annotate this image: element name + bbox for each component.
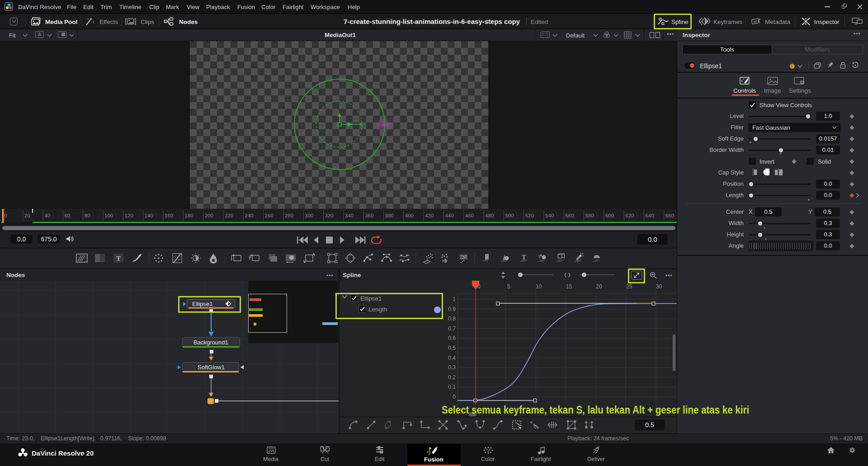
svg-text:5: 5 <box>507 283 510 290</box>
svg-text:180: 180 <box>184 213 193 218</box>
svg-text:20: 20 <box>596 283 602 290</box>
svg-text:360: 360 <box>365 213 373 218</box>
svg-text:20: 20 <box>24 213 30 218</box>
svg-text:120: 120 <box>124 213 133 218</box>
svg-text:200: 200 <box>205 213 213 218</box>
svg-text:440: 440 <box>445 213 453 218</box>
svg-text:660: 660 <box>665 213 674 218</box>
svg-text:220: 220 <box>225 213 233 218</box>
svg-text:0.4: 0.4 <box>448 355 456 361</box>
svg-text:420: 420 <box>425 213 434 218</box>
svg-text:340: 340 <box>345 213 354 218</box>
svg-text:380: 380 <box>385 213 394 218</box>
svg-text:0.5: 0.5 <box>448 345 456 351</box>
svg-text:240: 240 <box>245 213 253 218</box>
svg-text:260: 260 <box>265 213 274 218</box>
svg-text:400: 400 <box>405 213 414 218</box>
svg-text:520: 520 <box>525 213 534 218</box>
svg-text:600: 600 <box>605 213 614 218</box>
svg-text:280: 280 <box>285 213 293 218</box>
svg-text:140: 140 <box>145 213 153 218</box>
svg-text:620: 620 <box>625 213 634 218</box>
svg-text:0.2: 0.2 <box>448 374 456 381</box>
svg-text:1: 1 <box>453 296 456 302</box>
svg-text:60: 60 <box>64 213 70 218</box>
svg-text:560: 560 <box>565 213 574 218</box>
svg-text:540: 540 <box>545 213 554 218</box>
svg-text:460: 460 <box>465 213 474 218</box>
svg-text:40: 40 <box>44 213 50 218</box>
svg-text:0.6: 0.6 <box>448 335 456 341</box>
svg-text:T: T <box>522 254 526 261</box>
svg-text:25: 25 <box>626 283 632 290</box>
svg-text:480: 480 <box>485 213 494 218</box>
svg-text:0: 0 <box>5 213 7 218</box>
svg-text:0.8: 0.8 <box>448 315 456 322</box>
svg-text:10: 10 <box>536 283 542 290</box>
svg-text:0: 0 <box>453 394 456 400</box>
svg-text:580: 580 <box>585 213 594 218</box>
svg-text:80: 80 <box>85 213 90 218</box>
svg-text:0.7: 0.7 <box>448 325 456 332</box>
svg-text:15: 15 <box>566 283 572 290</box>
svg-text:0.3: 0.3 <box>448 364 456 371</box>
svg-text:320: 320 <box>325 213 334 218</box>
svg-text:300: 300 <box>305 213 313 218</box>
svg-text:T: T <box>116 255 121 262</box>
svg-text:0.9: 0.9 <box>448 306 456 312</box>
svg-text:100: 100 <box>104 213 113 218</box>
svg-text:640: 640 <box>646 213 654 218</box>
svg-text:30: 30 <box>656 283 662 290</box>
svg-text:500: 500 <box>505 213 514 218</box>
svg-text:160: 160 <box>165 213 173 218</box>
svg-text:0.1: 0.1 <box>448 384 456 390</box>
